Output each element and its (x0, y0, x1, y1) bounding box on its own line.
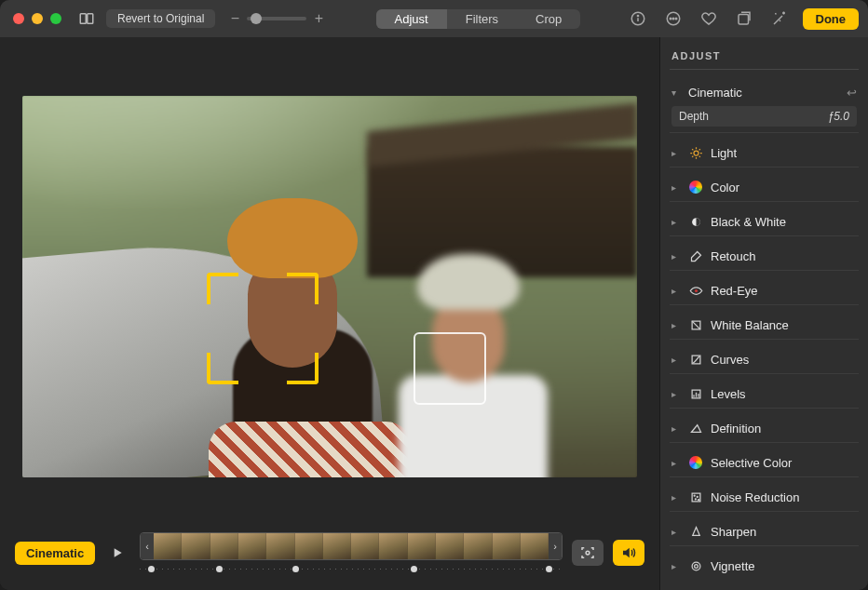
svg-point-18 (694, 495, 695, 496)
timeline[interactable]: ‹ › (140, 532, 563, 573)
chevron-down-icon: ▾ (671, 87, 681, 98)
section-head-wb[interactable]: ▸ White Balance (671, 315, 857, 335)
tab-crop[interactable]: Crop (517, 9, 580, 29)
svg-point-11 (694, 151, 698, 155)
definition-icon (688, 421, 703, 436)
timeline-ticks[interactable] (140, 566, 563, 573)
selective-color-icon (688, 455, 703, 470)
svg-rect-9 (739, 15, 749, 25)
titlebar: Revert to Original − + Adjust Filters Cr… (0, 0, 868, 37)
chevron-right-icon: ▸ (671, 286, 681, 296)
svg-point-23 (694, 564, 698, 568)
section-head-redeye[interactable]: ▸ Red-Eye (671, 280, 857, 301)
primary-focus-box[interactable] (207, 273, 319, 384)
bw-icon (688, 214, 703, 229)
more-icon[interactable] (661, 7, 685, 31)
fullscreen-window-button[interactable] (50, 13, 61, 24)
section-head-vignette[interactable]: ▸ Vignette (671, 556, 857, 576)
minimize-window-button[interactable] (32, 13, 43, 24)
section-vignette: ▸ Vignette (670, 552, 859, 580)
photos-edit-window: Revert to Original − + Adjust Filters Cr… (0, 0, 868, 590)
timeline-frames[interactable]: ‹ › (140, 532, 563, 560)
chevron-right-icon: ▸ (671, 389, 681, 399)
section-noise: ▸ Noise Reduction (670, 483, 859, 512)
close-window-button[interactable] (13, 13, 24, 24)
section-definition: ▸ Definition (670, 414, 859, 443)
zoom-thumb[interactable] (251, 13, 262, 24)
noise-icon (688, 489, 703, 504)
sound-button[interactable] (613, 540, 644, 566)
section-head-definition[interactable]: ▸ Definition (671, 418, 857, 438)
play-button[interactable] (104, 540, 130, 566)
section-redeye: ▸ Red-Eye (670, 276, 859, 305)
section-head-selective[interactable]: ▸ Selective Color (671, 452, 857, 473)
section-head-noise[interactable]: ▸ Noise Reduction (671, 487, 857, 507)
svg-point-22 (692, 562, 700, 570)
section-selective: ▸ Selective Color (670, 449, 859, 477)
right-toolbar: Done (626, 7, 860, 31)
compare-icon[interactable] (75, 7, 99, 31)
retouch-icon (688, 248, 703, 263)
section-curves: ▸ Curves (670, 345, 859, 374)
curves-icon (688, 352, 703, 367)
auto-enhance-icon[interactable] (767, 7, 792, 31)
tab-adjust[interactable]: Adjust (376, 9, 447, 29)
svg-point-20 (695, 498, 696, 499)
secondary-focus-box[interactable] (414, 332, 486, 405)
section-levels: ▸ Levels (670, 380, 859, 409)
cinematic-badge[interactable]: Cinematic (15, 542, 95, 565)
photo-viewer[interactable] (0, 37, 659, 521)
main-split: Cinematic ‹ › (0, 37, 868, 590)
depth-label: Depth (679, 110, 709, 123)
section-head-cinematic[interactable]: ▾ Cinematic ↩ (671, 83, 857, 102)
revert-button[interactable]: Revert to Original (106, 9, 215, 28)
svg-point-4 (637, 15, 638, 16)
section-head-curves[interactable]: ▸ Curves (671, 349, 857, 369)
svg-point-8 (675, 18, 677, 20)
redeye-icon (688, 283, 703, 298)
info-icon[interactable] (626, 7, 650, 31)
trim-end-handle[interactable]: › (549, 533, 562, 559)
section-head-retouch[interactable]: ▸ Retouch (671, 246, 857, 266)
trim-start-handle[interactable]: ‹ (141, 533, 154, 559)
edit-mode-tabs: Adjust Filters Crop (376, 9, 581, 29)
chevron-right-icon: ▸ (671, 458, 681, 468)
wb-icon (688, 317, 703, 332)
zoom-slider[interactable]: − + (228, 10, 325, 27)
svg-point-6 (670, 18, 671, 20)
svg-point-10 (586, 551, 590, 555)
window-controls (13, 13, 61, 24)
section-wb: ▸ White Balance (670, 311, 859, 340)
depth-row[interactable]: Depth ƒ5.0 (671, 106, 857, 127)
favorite-icon[interactable] (697, 7, 721, 31)
chevron-right-icon: ▸ (671, 355, 681, 365)
svg-point-13 (694, 288, 697, 291)
section-head-color[interactable]: ▸ Color (671, 177, 857, 197)
sharpen-icon (688, 524, 703, 539)
color-icon (688, 180, 703, 194)
vignette-icon (688, 558, 703, 573)
section-head-light[interactable]: ▸ Light (671, 142, 857, 163)
svg-rect-0 (80, 14, 86, 24)
zoom-in-icon[interactable]: + (312, 10, 325, 27)
aspect-icon[interactable] (732, 7, 756, 31)
panel-title: ADJUST (670, 50, 859, 70)
chevron-right-icon: ▸ (671, 320, 681, 330)
reset-section-icon[interactable]: ↩ (847, 86, 857, 100)
chevron-right-icon: ▸ (671, 492, 681, 503)
section-head-levels[interactable]: ▸ Levels (671, 383, 857, 404)
done-button[interactable]: Done (803, 8, 860, 30)
svg-point-21 (698, 499, 698, 500)
tab-filters[interactable]: Filters (447, 9, 517, 29)
zoom-out-icon[interactable]: − (228, 10, 241, 27)
section-head-sharpen[interactable]: ▸ Sharpen (671, 521, 857, 542)
levels-icon (688, 386, 703, 401)
autofocus-button[interactable] (572, 540, 604, 566)
chevron-right-icon: ▸ (671, 148, 681, 158)
revert-label: Revert to Original (117, 12, 204, 25)
svg-point-19 (697, 496, 698, 497)
section-head-bw[interactable]: ▸ Black & White (671, 211, 857, 232)
section-color: ▸ Color (670, 173, 859, 202)
zoom-track[interactable] (247, 17, 306, 20)
timeline-row: Cinematic ‹ › (0, 521, 659, 590)
